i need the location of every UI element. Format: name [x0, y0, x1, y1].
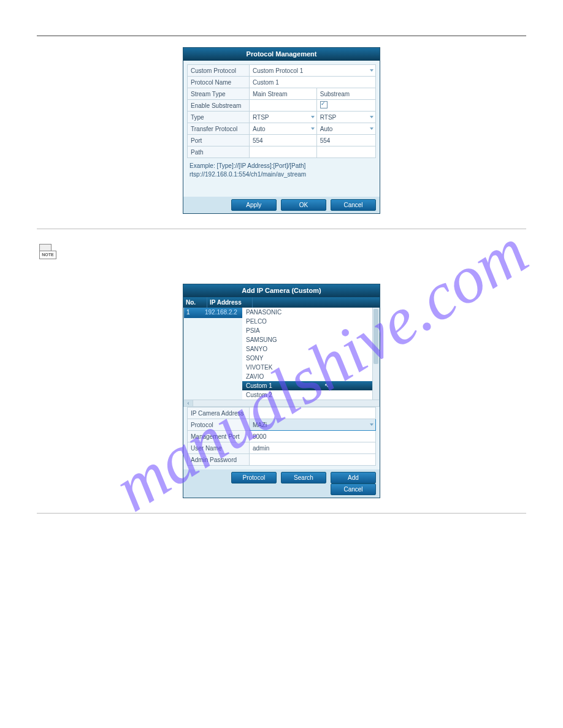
protocol-button-row: Apply OK Cancel [183, 197, 380, 213]
add-ip-form-table: IP Camera Address Protocol MAZi Manageme… [187, 407, 376, 466]
stream-type-label: Stream Type [188, 88, 250, 100]
list-item[interactable]: PSIA [242, 326, 372, 335]
list-item[interactable]: ZAVIO [242, 372, 372, 381]
list-item[interactable]: SONY [242, 354, 372, 363]
admin-password-label: Admin Password [188, 454, 250, 466]
add-button[interactable]: Add [331, 472, 376, 483]
list-item[interactable]: VIVOTEK [242, 363, 372, 372]
user-name-input[interactable]: admin [250, 442, 376, 454]
port-label: Port [188, 135, 250, 146]
check-icon [320, 101, 327, 108]
row-ip[interactable]: 192.168.2.2 [202, 308, 242, 318]
column-ip[interactable]: IP Address [207, 297, 253, 308]
protocol-options-list[interactable]: PANASONIC PELCO PSIA SAMSUNG SANYO SONY … [242, 308, 372, 400]
list-item[interactable]: PELCO [242, 317, 372, 326]
custom-protocol-select[interactable]: Custom Protocol 1 [250, 65, 376, 77]
section-separator [37, 513, 526, 514]
enable-substream-label: Enable Substream [188, 100, 250, 112]
list-item[interactable]: SAMSUNG [242, 335, 372, 344]
ok-button[interactable]: OK [281, 199, 326, 211]
path-label: Path [188, 146, 250, 158]
add-ip-button-row: Protocol Search Add Cancel [183, 469, 380, 498]
protocol-form-table: Custom Protocol Custom Protocol 1 Protoc… [187, 64, 376, 158]
section-separator [37, 229, 526, 229]
main-stream-header: Main Stream [250, 88, 317, 100]
list-item[interactable]: PANASONIC [242, 308, 372, 317]
cancel-button[interactable]: Cancel [331, 199, 376, 211]
management-port-label: Management Port [188, 431, 250, 442]
port-main-input[interactable]: 554 [250, 135, 317, 146]
list-header: No. IP Address [183, 297, 380, 308]
scroll-left-icon[interactable]: ‹ [184, 400, 193, 406]
note-icon: NOTE [39, 244, 56, 259]
transfer-protocol-label: Transfer Protocol [188, 123, 250, 135]
protocol-select[interactable]: MAZi [250, 419, 376, 431]
path-sub-input[interactable] [316, 146, 375, 158]
transfer-sub-select[interactable]: Auto [316, 123, 375, 135]
protocol-name-input[interactable]: Custom 1 [250, 77, 376, 88]
protocol-management-dialog: Protocol Management Custom Protocol Cust… [183, 47, 380, 214]
add-ip-camera-dialog: Add IP Camera (Custom) No. IP Address 1 … [183, 284, 380, 498]
vertical-scrollbar[interactable] [372, 308, 379, 400]
column-no[interactable]: No. [183, 297, 207, 308]
protocol-button[interactable]: Protocol [231, 472, 277, 483]
list-item[interactable]: Custom 2 [242, 390, 372, 400]
apply-button[interactable]: Apply [231, 199, 277, 211]
page-top-rule [37, 36, 526, 36]
protocol-name-label: Protocol Name [188, 77, 250, 88]
cancel-button[interactable]: Cancel [331, 483, 376, 495]
substream-header: Substream [316, 88, 375, 100]
example-line1: Example: [Type]://[IP Address]:[Port]/[P… [190, 162, 305, 169]
list-item[interactable]: SANYO [242, 344, 372, 354]
ip-camera-address-input[interactable] [250, 408, 376, 419]
enable-substream-main [250, 100, 317, 112]
protocol-label: Protocol [188, 419, 250, 431]
search-button[interactable]: Search [281, 472, 326, 483]
scrollbar-thumb[interactable] [373, 309, 378, 364]
note-icon-label: NOTE [39, 251, 56, 259]
management-port-input[interactable]: 8000 [250, 431, 376, 442]
row-no[interactable]: 1 [184, 308, 202, 318]
user-name-label: User Name [188, 442, 250, 454]
type-label: Type [188, 112, 250, 123]
selected-option-label: Custom 1 [246, 382, 272, 389]
dialog-title: Protocol Management [183, 48, 380, 61]
path-main-input[interactable] [250, 146, 317, 158]
horizontal-scrollbar[interactable]: ‹ [183, 400, 380, 407]
type-main-select[interactable]: RTSP [250, 112, 317, 123]
admin-password-input[interactable] [250, 454, 376, 466]
transfer-main-select[interactable]: Auto [250, 123, 317, 135]
ip-camera-address-label: IP Camera Address [188, 408, 250, 419]
example-text: Example: [Type]://[IP Address]:[Port]/[P… [187, 158, 376, 193]
dialog-title: Add IP Camera (Custom) [183, 284, 380, 297]
custom-protocol-label: Custom Protocol [188, 65, 250, 77]
list-area: 1 192.168.2.2 PANASONIC PELCO PSIA SAMSU… [183, 308, 380, 400]
port-sub-input[interactable]: 554 [316, 135, 375, 146]
example-line2: rtsp://192.168.0.1:554/ch1/main/av_strea… [190, 171, 306, 178]
list-item-selected[interactable]: Custom 1 ↖ [242, 381, 372, 390]
type-sub-select[interactable]: RTSP [316, 112, 375, 123]
cursor-icon: ↖ [324, 382, 329, 390]
enable-substream-checkbox-cell[interactable] [316, 100, 375, 112]
